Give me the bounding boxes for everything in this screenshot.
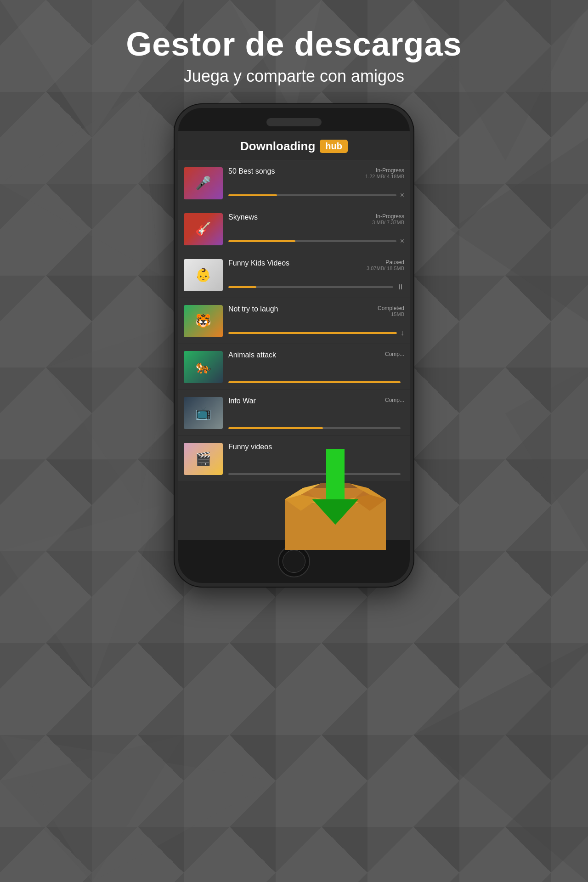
item-status: Paused bbox=[367, 259, 404, 266]
item-status: In-Progress bbox=[372, 213, 404, 220]
item-size: 3.07MB/ 18.5MB bbox=[367, 266, 404, 271]
progress-row: × bbox=[228, 191, 404, 199]
download-item[interactable]: 📺 Info War Comp... bbox=[178, 390, 410, 436]
item-top: Skynews In-Progress 3 MB/ 7.37MB bbox=[228, 213, 404, 225]
item-size: 15MB bbox=[378, 311, 404, 317]
progress-bar bbox=[228, 286, 393, 288]
item-title: Info War bbox=[228, 397, 256, 405]
progress-bar bbox=[228, 194, 396, 196]
hub-badge: hub bbox=[320, 140, 348, 153]
phone-mockup: Downloading hub 🎤 50 Best songs In-Progr… bbox=[175, 104, 413, 587]
item-content: Info War Comp... bbox=[228, 397, 404, 429]
progress-row: ↓ bbox=[228, 329, 404, 337]
main-subtitle: Juega y comparte con amigos bbox=[126, 67, 462, 86]
progress-bar bbox=[228, 332, 397, 334]
thumb-image: 🐯 bbox=[184, 305, 223, 337]
phone-speaker bbox=[266, 118, 322, 126]
item-content: Funny Kids Videos Paused 3.07MB/ 18.5MB … bbox=[228, 259, 404, 291]
item-size: 3 MB/ 7.37MB bbox=[372, 220, 404, 225]
thumb-image: 🐅 bbox=[184, 351, 223, 383]
item-status-area: Paused 3.07MB/ 18.5MB bbox=[367, 259, 404, 271]
progress-bar bbox=[228, 240, 396, 242]
page-title-block: Gestor de descargas Juega y comparte con… bbox=[126, 25, 462, 86]
action-btn[interactable]: ⏸ bbox=[397, 283, 404, 291]
header-downloading-text: Downloading bbox=[240, 139, 315, 153]
item-status-area: Comp... bbox=[385, 397, 404, 403]
item-status: Comp... bbox=[385, 351, 404, 357]
item-status-area: In-Progress 3 MB/ 7.37MB bbox=[372, 213, 404, 225]
thumb-image: 📺 bbox=[184, 397, 223, 429]
thumb-image: 🎤 bbox=[184, 167, 223, 199]
progress-bar bbox=[228, 381, 401, 383]
item-status: Completed bbox=[378, 305, 404, 311]
thumb-image: 🎬 bbox=[184, 443, 223, 475]
thumb-image: 👶 bbox=[184, 259, 223, 291]
item-title: Animals attack bbox=[228, 351, 276, 359]
item-title: Funny videos bbox=[228, 443, 272, 451]
download-icon-overlay bbox=[276, 440, 395, 559]
app-header: Downloading hub bbox=[178, 131, 410, 160]
main-title: Gestor de descargas bbox=[126, 25, 462, 63]
item-status-area: Comp... bbox=[385, 351, 404, 357]
item-title: Skynews bbox=[228, 213, 258, 221]
item-content: 50 Best songs In-Progress 1.22 MB/ 4.18M… bbox=[228, 167, 404, 199]
item-status-area: In-Progress 1.22 MB/ 4.18MB bbox=[365, 167, 404, 179]
item-size: 1.22 MB/ 4.18MB bbox=[365, 174, 404, 179]
svg-marker-7 bbox=[413, 643, 588, 882]
action-btn[interactable]: × bbox=[400, 191, 404, 199]
item-top: 50 Best songs In-Progress 1.22 MB/ 4.18M… bbox=[228, 167, 404, 179]
progress-row bbox=[228, 427, 404, 429]
svg-marker-4 bbox=[46, 322, 184, 505]
action-btn[interactable]: × bbox=[400, 237, 404, 245]
download-item[interactable]: 🐅 Animals attack Comp... bbox=[178, 344, 410, 390]
progress-row: ⏸ bbox=[228, 283, 404, 291]
action-btn[interactable]: ↓ bbox=[401, 329, 404, 337]
app-header-title-row: Downloading hub bbox=[187, 139, 401, 153]
item-top: Not try to laugh Completed 15MB bbox=[228, 305, 404, 317]
download-item[interactable]: 👶 Funny Kids Videos Paused 3.07MB/ 18.5M… bbox=[178, 252, 410, 298]
item-content: Animals attack Comp... bbox=[228, 351, 404, 383]
item-title: 50 Best songs bbox=[228, 167, 275, 175]
svg-marker-3 bbox=[450, 138, 588, 322]
progress-bar bbox=[228, 427, 401, 429]
item-top: Funny Kids Videos Paused 3.07MB/ 18.5MB bbox=[228, 259, 404, 271]
progress-row: × bbox=[228, 237, 404, 245]
item-status: Comp... bbox=[385, 397, 404, 403]
svg-marker-5 bbox=[505, 368, 588, 551]
svg-marker-6 bbox=[0, 505, 161, 689]
item-status-area: Completed 15MB bbox=[378, 305, 404, 317]
item-status: In-Progress bbox=[365, 167, 404, 174]
item-title: Not try to laugh bbox=[228, 305, 278, 313]
thumb-image: 🎸 bbox=[184, 213, 223, 245]
item-content: Not try to laugh Completed 15MB ↓ bbox=[228, 305, 404, 337]
item-top: Info War Comp... bbox=[228, 397, 404, 405]
progress-row bbox=[228, 381, 404, 383]
download-item[interactable]: 🐯 Not try to laugh Completed 15MB ↓ bbox=[178, 298, 410, 344]
download-item[interactable]: 🎸 Skynews In-Progress 3 MB/ 7.37MB × bbox=[178, 206, 410, 252]
item-content: Skynews In-Progress 3 MB/ 7.37MB × bbox=[228, 213, 404, 245]
item-top: Animals attack Comp... bbox=[228, 351, 404, 359]
download-item[interactable]: 🎤 50 Best songs In-Progress 1.22 MB/ 4.1… bbox=[178, 160, 410, 206]
item-title: Funny Kids Videos bbox=[228, 259, 289, 267]
